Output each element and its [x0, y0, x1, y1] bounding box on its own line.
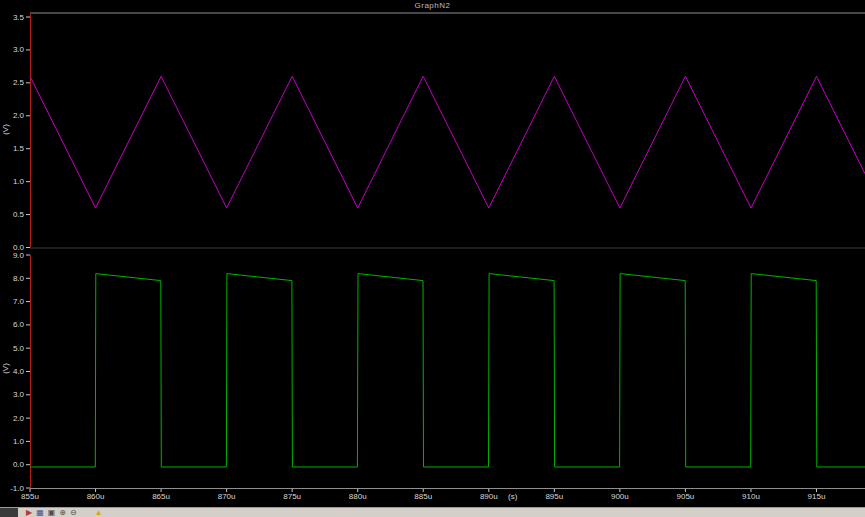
x-tick-label: 900u: [611, 492, 629, 501]
y-tick-label: 1.0: [13, 437, 25, 446]
zoom-out-icon[interactable]: ⊖: [70, 508, 77, 517]
x-tick-label: 885u: [414, 492, 432, 501]
x-tick-label: 880u: [349, 492, 367, 501]
taskbar-left-button[interactable]: [0, 508, 18, 517]
x-tick-label: 895u: [545, 492, 563, 501]
y-tick-label: 3.0: [13, 45, 25, 54]
y-tick-label: 3.0: [13, 390, 25, 399]
y-tick-label: 9.0: [13, 251, 25, 260]
y-tick-label: 5.0: [13, 344, 25, 353]
bottom-plot-ylabel: (V): [1, 359, 10, 379]
y-tick-label: 1.0: [13, 177, 25, 186]
graph-mode-icon[interactable]: ▦: [36, 508, 44, 517]
y-tick-label: 7.0: [13, 297, 25, 306]
y-tick-label: 2.5: [13, 78, 25, 87]
run-simulation-icon[interactable]: ▶: [26, 508, 32, 517]
y-tick-label: 0.5: [13, 210, 25, 219]
triangle-wave-plot-trace: [30, 76, 865, 208]
zoom-in-icon[interactable]: ⊕: [59, 508, 66, 517]
x-tick-label: 870u: [218, 492, 236, 501]
y-tick-label: 2.0: [13, 111, 25, 120]
x-tick-label: 905u: [677, 492, 695, 501]
x-tick-label: 910u: [742, 492, 760, 501]
y-tick-label: 2.0: [13, 414, 25, 423]
y-tick-label: 0.0: [13, 460, 25, 469]
save-icon[interactable]: ▣: [48, 508, 56, 517]
square-wave-plot-trace: [30, 274, 865, 467]
x-tick-label: 890u: [480, 492, 498, 501]
square-wave-plot: 9.08.07.06.05.04.03.02.01.00.0-1.0855u86…: [10, 251, 865, 502]
x-tick-label: 875u: [283, 492, 301, 501]
waveform-chart[interactable]: 3.53.02.52.01.51.00.50.09.08.07.06.05.04…: [0, 0, 865, 507]
x-tick-label: 860u: [87, 492, 105, 501]
y-tick-label: 1.5: [13, 144, 25, 153]
x-tick-label: 915u: [808, 492, 826, 501]
y-tick-label: 4.0: [13, 367, 25, 376]
y-tick-label: 8.0: [13, 274, 25, 283]
y-tick-label: 6.0: [13, 320, 25, 329]
x-tick-label: 865u: [152, 492, 170, 501]
taskbar: ▶▦▣⊕⊖▲: [0, 507, 865, 517]
top-plot-ylabel: (V): [1, 120, 10, 140]
x-tick-label: 855u: [21, 492, 39, 501]
triangle-wave-plot: 3.53.02.52.01.51.00.50.0: [13, 13, 865, 253]
y-tick-label: 3.5: [13, 13, 25, 22]
x-axis-label: (s): [508, 492, 517, 501]
warning-icon[interactable]: ▲: [95, 508, 103, 517]
graph-window: GraphN2 3.53.02.52.01.51.00.50.09.08.07.…: [0, 0, 865, 517]
